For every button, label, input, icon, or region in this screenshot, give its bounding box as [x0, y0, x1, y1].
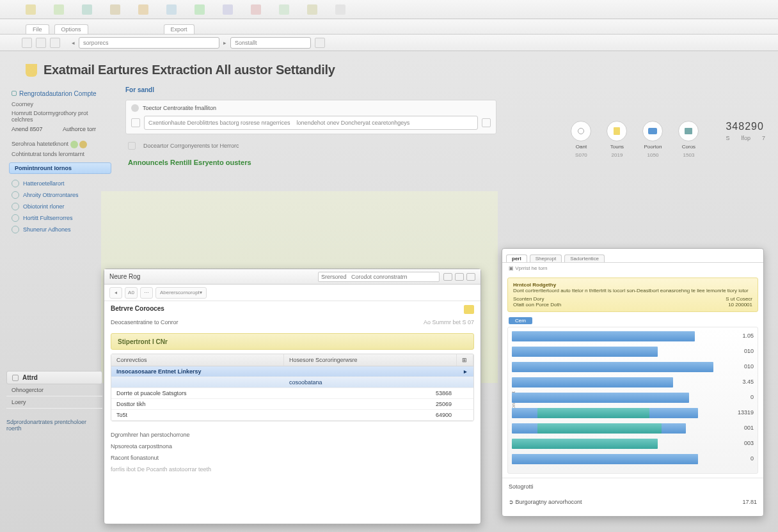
highlight-text: Stipertront I CNr: [118, 338, 168, 345]
stat-2[interactable]: Poorton1050: [642, 121, 663, 158]
results-window: Neure Rog ◂ A0 ⋯ Abererscornoropt ▾ Betr…: [104, 269, 481, 524]
mini-row-2[interactable]: Loery: [6, 396, 102, 409]
section-title-green: Announcels Rentill Esryento ousters: [128, 159, 503, 166]
chart-footer-val: 17.81: [742, 499, 757, 505]
nav-back-button[interactable]: [22, 38, 32, 48]
chart-tab-0[interactable]: perl: [506, 254, 527, 262]
window-max-icon[interactable]: [455, 273, 464, 281]
bar-blue: [512, 454, 698, 464]
sidebar-sub-a: Coorney: [6, 100, 114, 109]
results-table: Conrevctios Hosesore Scororingerwsre ⊞ I…: [111, 354, 474, 421]
icon-mail[interactable]: [223, 4, 233, 15]
note-r1b: S ut Cosecr: [726, 296, 752, 302]
circle-icon: [578, 128, 584, 134]
nav-home-button[interactable]: [50, 38, 60, 48]
tool-dropdown[interactable]: Abererscornoropt ▾: [155, 287, 207, 299]
stat-3[interactable]: Coros1503: [678, 121, 699, 158]
highlight-block: Stipertront I CNr: [111, 333, 474, 350]
table-row[interactable]: To5t64900: [111, 410, 473, 421]
folder-icon: [648, 128, 657, 134]
bar-value: 010: [744, 348, 754, 354]
icon-refresh[interactable]: [335, 4, 345, 15]
table-row-sub[interactable]: cosoobatana: [111, 377, 473, 388]
icon-chart[interactable]: [82, 4, 92, 15]
stat-1[interactable]: Touns2019: [607, 121, 627, 158]
email-source-input[interactable]: [144, 116, 478, 130]
sidebar-item-0[interactable]: Hatteroetellarort: [6, 178, 114, 189]
address-bar: ◂ ▸: [0, 35, 778, 51]
icon-xls[interactable]: [54, 4, 64, 15]
sidebar-item-3[interactable]: Hortitt Fultserrorres: [6, 212, 114, 224]
window-sub-right: Ao Sumrnr bet S 07: [424, 319, 474, 325]
icon-link[interactable]: [166, 4, 177, 15]
bar-blue: [512, 362, 713, 372]
mini-header[interactable]: Attrd: [6, 371, 102, 384]
breadcrumb-field-1[interactable]: [79, 37, 219, 49]
chart-note: Hrntcol Rodgethy Dont cortrerttertoord a…: [507, 278, 758, 312]
window-min-icon[interactable]: [443, 273, 452, 281]
shield-small-icon: [464, 305, 474, 314]
tool-b-icon[interactable]: ⋯: [140, 287, 153, 299]
sidebar-section-compute[interactable]: Rengrotadautarion Compte: [6, 88, 114, 100]
chart-tab-1[interactable]: Shepropt: [530, 254, 562, 262]
mini-row-1[interactable]: Ohnogerctor: [6, 384, 102, 396]
table-row[interactable]: Dorrte ot puacole Satsgtors53868: [111, 388, 473, 399]
chart-tab-2[interactable]: Sadortentice: [564, 254, 605, 262]
window-sub: Deocasentratine to Conror: [111, 319, 179, 325]
stat-0[interactable]: OantS070: [571, 121, 591, 158]
bullet-icon: [12, 226, 19, 233]
sidebar-item-active[interactable]: Pomintnrount Iornos: [9, 162, 111, 174]
sidebar-sec-1: Serohroa hatetetknont: [6, 134, 114, 150]
email-panel-inner: Toector Centroratite fmalliton: [125, 100, 496, 134]
bullet-icon: [12, 203, 19, 210]
ribbon-tab-2[interactable]: Options: [54, 24, 88, 34]
email-sub-row: Doceartor Corrgonyerents tor Herrorc: [143, 143, 239, 149]
icon-doc[interactable]: [26, 4, 36, 15]
icon-save[interactable]: [279, 4, 289, 15]
sidebar-item-2[interactable]: Obiotorint rloner: [6, 201, 114, 212]
note-r1a: Sconten Dory: [513, 296, 544, 302]
sidebar-sec-2: Cohtintutrat tonds leromtarnt: [6, 150, 114, 159]
breadcrumb-field-2[interactable]: [230, 37, 311, 49]
icon-plus[interactable]: [194, 4, 205, 15]
chart-legend-pill[interactable]: Cem: [509, 317, 532, 324]
chart-window: perl Shepropt Sadortentice ▣ Vprrist he …: [502, 248, 764, 517]
bullet-icon: [12, 180, 19, 187]
icon-db[interactable]: [110, 4, 120, 15]
ribbon-tab-1[interactable]: File: [26, 24, 49, 34]
ribbon-tab-3[interactable]: Export: [164, 24, 194, 34]
note-icon: [614, 127, 620, 135]
bar-blue: [512, 393, 689, 403]
window-titlebar[interactable]: Neure Rog: [104, 269, 480, 285]
sidebar-item-4[interactable]: Shunerur Adhones: [6, 224, 114, 235]
big-number: 348290: [726, 121, 765, 132]
window-close-icon[interactable]: [466, 273, 475, 281]
search-button[interactable]: [315, 38, 325, 48]
page-header: Exatmail Eartures Extraction All austor …: [0, 51, 778, 82]
icon-gear[interactable]: [138, 4, 148, 15]
window-title: Neure Rog: [109, 273, 140, 280]
top-icon-toolbar: [0, 0, 778, 19]
col-1[interactable]: Hosesore Scororingerwsre: [284, 354, 457, 366]
window-heading: Betrvre Corooces: [104, 301, 480, 318]
tool-a-icon[interactable]: A0: [125, 287, 138, 299]
table-row-selected[interactable]: Insocasosaare Entnet Linkersy▸: [111, 366, 473, 377]
col-0[interactable]: Conrevctios: [111, 354, 284, 366]
col-exp[interactable]: ⊞: [457, 354, 473, 366]
bar-teal: [537, 423, 662, 434]
icon-print[interactable]: [307, 4, 317, 15]
tool-back-icon[interactable]: ◂: [109, 287, 122, 299]
window-search[interactable]: [318, 272, 440, 282]
dropdown-icon[interactable]: [482, 118, 491, 127]
sidebar-sub-b: Homrutt Dotormygrothory prot celchres: [6, 109, 114, 124]
icon-flag[interactable]: [251, 4, 261, 15]
table-row[interactable]: Dosttor tikh25069: [111, 399, 473, 410]
mini-note: Sdprordonartrates prentcholoer roerth: [6, 419, 102, 432]
chart-area: bertonntertt 1.050100103.450133190010030: [507, 327, 758, 474]
sidebar-item-1[interactable]: Ahroity Ottrorrontares: [6, 189, 114, 201]
bar-value: 0: [750, 394, 754, 400]
window-footline-4: forrlis ibot De Pocanth astotoorrar teet…: [104, 465, 480, 476]
stats-row: OantS070 Touns2019 Poorton1050 Coros1503…: [571, 121, 765, 158]
chart-note-body: Dont cortrerttertoord auto ttelor n thtt…: [513, 288, 752, 293]
nav-fwd-button[interactable]: [36, 38, 46, 48]
